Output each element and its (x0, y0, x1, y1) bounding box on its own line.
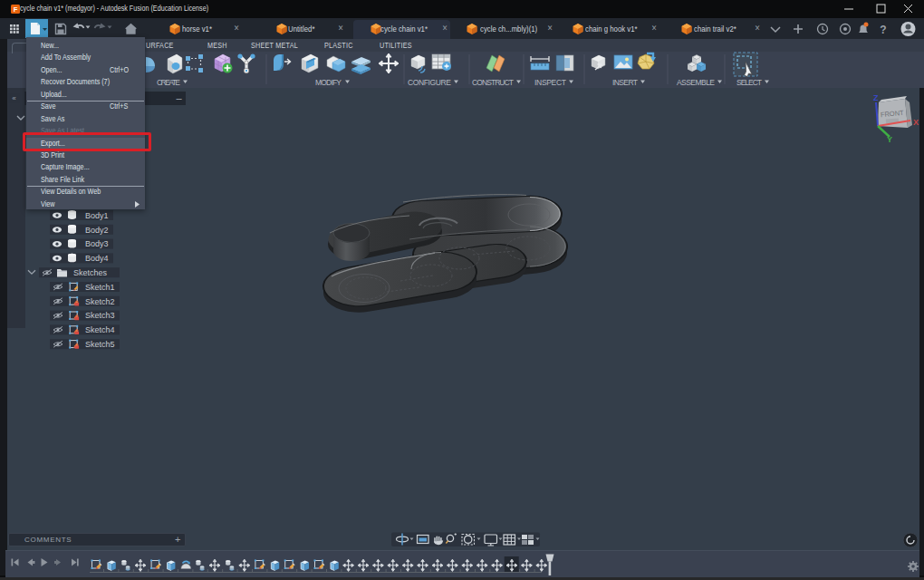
svg-text:Z: Z (873, 93, 879, 102)
svg-text:Sketch2: Sketch2 (85, 297, 115, 306)
svg-text:Y: Y (887, 135, 892, 144)
svg-text:Sketches: Sketches (73, 268, 108, 277)
svg-text:Body4: Body4 (85, 254, 109, 263)
svg-text:Body1: Body1 (85, 211, 109, 220)
svg-text:Sketch4: Sketch4 (85, 325, 115, 334)
svg-text:CONFIGURE: CONFIGURE (408, 78, 451, 87)
svg-text:INSERT: INSERT (612, 78, 638, 87)
svg-text:SELECT: SELECT (736, 78, 762, 87)
svg-text:Body3: Body3 (85, 239, 109, 248)
svg-text:Sketch1: Sketch1 (85, 283, 115, 292)
svg-text:INSPECT: INSPECT (534, 78, 566, 87)
svg-text:CREATE: CREATE (157, 78, 180, 87)
svg-text:CONSTRUCT: CONSTRUCT (472, 78, 514, 87)
svg-text:X: X (913, 118, 919, 127)
svg-text:Sketch5: Sketch5 (85, 340, 115, 349)
svg-text:ASSEMBLE: ASSEMBLE (677, 78, 715, 87)
svg-text:F: F (14, 5, 18, 14)
svg-text:MODIFY: MODIFY (315, 78, 342, 87)
svg-text:Body2: Body2 (85, 226, 109, 235)
svg-text:Sketch3: Sketch3 (85, 311, 115, 320)
svg-text:?: ? (880, 24, 886, 36)
